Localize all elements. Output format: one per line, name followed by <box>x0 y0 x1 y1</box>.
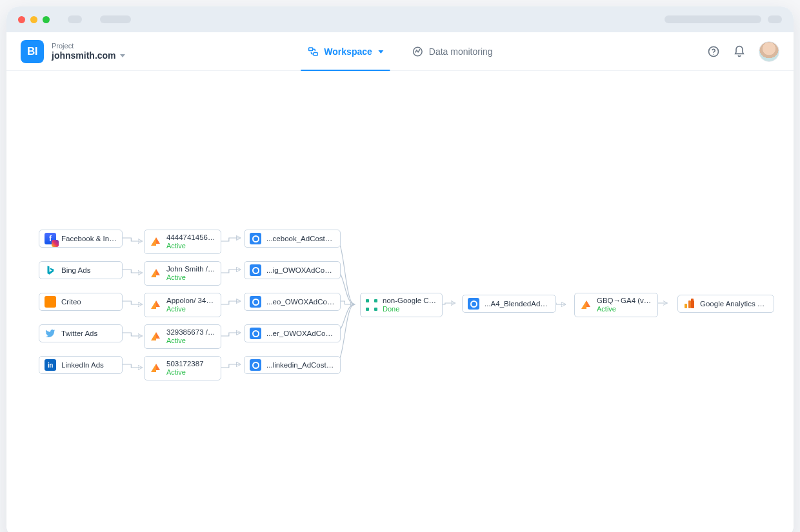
export-node[interactable]: GBQ→GA4 (via SFTP) Active <box>574 293 658 317</box>
bigquery-icon <box>250 296 261 308</box>
top-nav: Workspace Data monitoring <box>301 32 499 71</box>
dataset-node[interactable]: ...A4_BlendedAdSpend <box>462 295 556 313</box>
chrome-placeholder <box>665 15 761 23</box>
minimize-window-icon[interactable] <box>30 16 37 23</box>
owox-icon <box>150 362 161 374</box>
bell-icon[interactable] <box>733 45 746 58</box>
pipeline-node[interactable]: 329385673 / 620... Active <box>144 324 221 349</box>
browser-chrome <box>6 6 794 32</box>
project-name: johnsmith.com <box>52 50 116 61</box>
linkedin-icon <box>45 359 56 371</box>
nav-data-monitoring[interactable]: Data monitoring <box>406 32 499 71</box>
svg-rect-2 <box>309 48 313 51</box>
owox-icon <box>150 236 161 248</box>
chrome-placeholder <box>100 15 131 23</box>
owox-icon <box>580 299 592 311</box>
twitter-icon <box>45 328 56 339</box>
workspace-icon <box>307 46 319 57</box>
facebook-instagram-icon <box>45 233 56 244</box>
transformation-node[interactable]: non-Google Cost D... Done <box>360 293 443 317</box>
google-analytics-icon <box>683 298 695 310</box>
bigquery-icon <box>250 233 261 244</box>
app-window: BI Project johnsmith.com Workspace <box>6 6 794 532</box>
nav-workspace-label: Workspace <box>324 46 372 57</box>
data-monitoring-icon <box>412 46 424 57</box>
pipeline-node[interactable]: 44447414561306 Active <box>144 230 221 254</box>
dataset-node[interactable]: ...linkedin_AdCostData <box>244 356 341 374</box>
bigquery-icon <box>250 359 261 371</box>
bigquery-icon <box>250 264 261 276</box>
source-node-linkedin-ads[interactable]: LinkedIn Ads <box>39 356 123 374</box>
bing-icon <box>45 264 56 276</box>
close-window-icon[interactable] <box>18 16 25 23</box>
pipeline-node[interactable]: Appolon/ 34750... Active <box>144 293 221 317</box>
window-controls <box>18 16 50 23</box>
bigquery-icon <box>468 298 479 310</box>
owox-icon <box>150 268 161 279</box>
svg-point-1 <box>713 54 714 54</box>
dataset-node[interactable]: ...cebook_AdCostData <box>244 230 341 248</box>
nav-data-monitoring-label: Data monitoring <box>429 46 493 57</box>
pipeline-node[interactable]: John Smith / joh... Active <box>144 261 221 286</box>
transformation-icon <box>366 299 377 311</box>
svg-rect-3 <box>314 53 317 56</box>
bigquery-icon <box>250 328 261 339</box>
project-label: Project <box>52 42 125 50</box>
owox-icon <box>150 299 161 311</box>
source-node-facebook-instagram[interactable]: Facebook & Insta... <box>39 230 123 248</box>
nav-workspace[interactable]: Workspace <box>301 32 390 71</box>
chevron-down-icon <box>120 54 125 57</box>
source-node-criteo[interactable]: Criteo <box>39 293 123 311</box>
help-icon[interactable] <box>707 45 720 58</box>
chrome-placeholder <box>68 15 82 23</box>
criteo-icon <box>45 296 56 308</box>
source-node-twitter-ads[interactable]: Twitter Ads <box>39 324 123 342</box>
owox-icon <box>150 331 161 342</box>
user-avatar[interactable] <box>759 41 779 62</box>
dataset-node[interactable]: ...ig_OWOXAdCostData <box>244 261 341 279</box>
destination-node-ga4[interactable]: Google Analytics 4 ... <box>677 295 774 313</box>
dataset-node[interactable]: ...eo_OWOXAdCostData <box>244 293 341 311</box>
pipeline-node[interactable]: 503172387 Active <box>144 356 221 380</box>
source-node-bing-ads[interactable]: Bing Ads <box>39 261 123 279</box>
workspace-canvas[interactable]: Facebook & Insta... Bing Ads Criteo <box>6 71 794 532</box>
app-logo[interactable]: BI <box>21 40 44 63</box>
dataset-node[interactable]: ...er_OWOXAdCostData <box>244 324 341 342</box>
maximize-window-icon[interactable] <box>43 16 50 23</box>
chevron-down-icon <box>379 50 384 54</box>
chrome-placeholder <box>768 15 782 23</box>
project-selector[interactable]: Project johnsmith.com <box>52 42 125 61</box>
